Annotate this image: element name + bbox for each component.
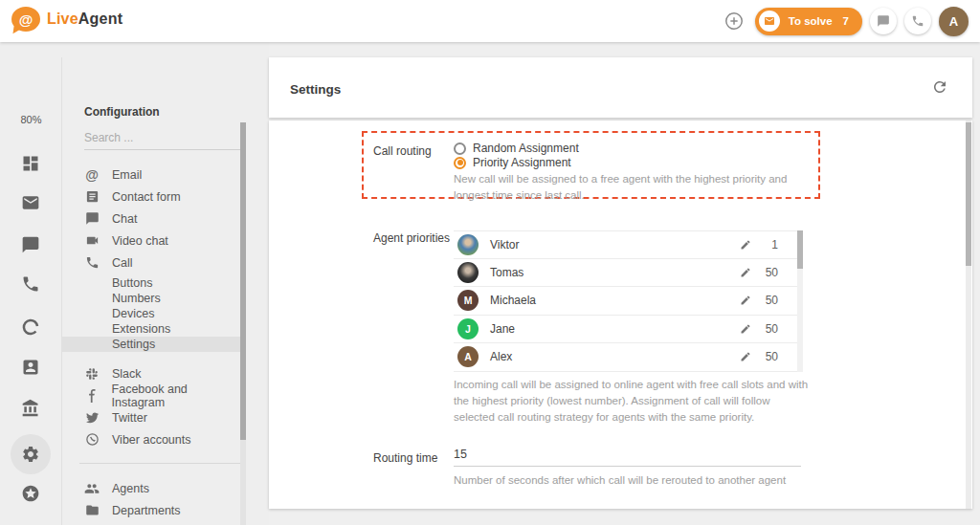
facebook-icon (84, 388, 100, 404)
videocam-icon (84, 233, 100, 249)
sidebar-item-agents[interactable]: Agents (62, 477, 240, 499)
sidebar-divider (79, 463, 240, 464)
sidebar-item-facebook-instagram[interactable]: Facebook and Instagram (62, 384, 240, 406)
settings-content: Call routing Random Assignment Priority … (269, 120, 972, 509)
edit-priority-icon[interactable] (740, 295, 751, 306)
sidebar-title: Configuration (84, 105, 160, 119)
avatar-viktor (457, 234, 479, 255)
sidebar-subitem-numbers[interactable]: Numbers (62, 291, 240, 306)
agent-row: M Michaela 50 (454, 287, 797, 316)
people-icon (84, 481, 100, 496)
agent-row: Tomas 50 (454, 259, 797, 288)
liveagent-logo[interactable]: @ LiveAgent (11, 7, 122, 32)
knowledge-base-icon[interactable] (21, 399, 40, 418)
priority-value[interactable]: 50 (766, 322, 778, 336)
agent-row: J Jane 50 (454, 316, 797, 344)
settings-header: Settings (269, 57, 972, 118)
routing-time-input[interactable] (454, 446, 801, 467)
viber-icon (84, 432, 100, 448)
edit-priority-icon[interactable] (740, 239, 751, 251)
logo-bubble-icon: @ (11, 7, 40, 32)
routing-time-label: Routing time (373, 451, 437, 465)
plus-circle-icon (724, 11, 745, 32)
radio-selected-icon (454, 157, 466, 169)
twitter-icon (84, 410, 100, 426)
zoom-level: 80% (0, 114, 62, 125)
sidebar-item-departments[interactable]: Departments (62, 499, 240, 521)
avatar-alex: A (457, 346, 479, 367)
sidebar-item-twitter[interactable]: Twitter (62, 406, 240, 428)
configuration-sidebar: Configuration @ Email Contact form Chat … (62, 42, 269, 525)
sidebar-item-email[interactable]: @ Email (62, 164, 240, 186)
sidebar-item-viber[interactable]: Viber accounts (62, 428, 240, 450)
edit-priority-icon[interactable] (740, 267, 751, 278)
radio-priority-assignment[interactable]: Priority Assignment (454, 156, 571, 169)
agent-priorities-label: Agent priorities (373, 231, 450, 245)
upgrade-icon[interactable] (21, 484, 40, 503)
sidebar-subitem-buttons[interactable]: Buttons (62, 275, 240, 291)
to-solve-count: 7 (843, 15, 849, 27)
main-scrollbar[interactable] (966, 120, 971, 509)
priority-value[interactable]: 1 (771, 238, 778, 252)
to-solve-button[interactable]: To solve 7 (755, 8, 862, 35)
radio-unselected-icon (454, 142, 466, 155)
search-input[interactable] (84, 128, 240, 150)
icon-rail: 80% (0, 42, 62, 525)
chat-icon (84, 211, 100, 227)
refresh-icon (931, 78, 948, 96)
logo-text: LiveAgent (47, 11, 122, 28)
tickets-icon[interactable] (21, 193, 40, 212)
sidebar-item-chat[interactable]: Chat (62, 208, 240, 230)
chat-icon[interactable] (21, 235, 40, 254)
priority-value[interactable]: 50 (766, 266, 778, 279)
folder-icon (84, 503, 100, 518)
call-routing-label: Call routing (373, 144, 432, 158)
radio-random-assignment[interactable]: Random Assignment (454, 142, 579, 155)
avatar-michaela: M (457, 290, 479, 311)
sidebar-item-contact-form[interactable]: Contact form (62, 186, 240, 208)
chat-bubble-icon (877, 14, 890, 28)
chats-button[interactable] (870, 8, 897, 34)
calls-button[interactable] (904, 8, 931, 34)
dashboard-icon[interactable] (21, 154, 40, 173)
sidebar-scrollbar[interactable] (240, 122, 246, 525)
agent-priorities-help: Incoming call will be assigned to online… (454, 377, 813, 426)
sidebar-item-video-chat[interactable]: Video chat (62, 230, 240, 252)
add-new-button[interactable] (721, 8, 747, 34)
settings-icon[interactable] (21, 445, 40, 464)
sidebar-subitem-extensions[interactable]: Extensions (62, 321, 240, 337)
avatar-jane: J (457, 318, 479, 339)
priority-value[interactable]: 50 (766, 350, 778, 363)
at-icon: @ (84, 167, 100, 183)
phone-icon (84, 255, 100, 271)
agent-row: Viktor 1 (454, 230, 797, 259)
call-routing-help: New call will be assigned to a free agen… (454, 171, 813, 204)
form-icon (84, 189, 100, 205)
envelope-icon (759, 11, 780, 32)
agent-row: A Alex 50 (454, 343, 797, 372)
agent-list-scrollbar[interactable] (797, 230, 803, 372)
edit-priority-icon[interactable] (740, 351, 751, 362)
sidebar-subitem-devices[interactable]: Devices (62, 306, 240, 321)
sidebar-subitem-settings[interactable]: Settings (62, 337, 240, 352)
to-solve-label: To solve (789, 15, 833, 27)
reports-icon[interactable] (21, 317, 40, 337)
edit-priority-icon[interactable] (740, 323, 751, 335)
user-avatar[interactable]: A (939, 7, 969, 36)
agent-priorities-list: Viktor 1 Tomas 50 M Michaela 50 J Jane (454, 230, 797, 372)
phone-icon (911, 14, 924, 28)
routing-time-help: Number of seconds after which call will … (454, 472, 856, 489)
sidebar-item-call[interactable]: Call (62, 252, 240, 273)
call-icon[interactable] (21, 274, 40, 294)
priority-value[interactable]: 50 (766, 294, 778, 307)
refresh-button[interactable] (931, 78, 948, 96)
avatar-tomas (457, 262, 479, 283)
slack-icon (84, 366, 100, 382)
page-title: Settings (290, 82, 341, 97)
topbar: @ LiveAgent To solve 7 A (0, 0, 980, 42)
customers-icon[interactable] (21, 358, 40, 377)
